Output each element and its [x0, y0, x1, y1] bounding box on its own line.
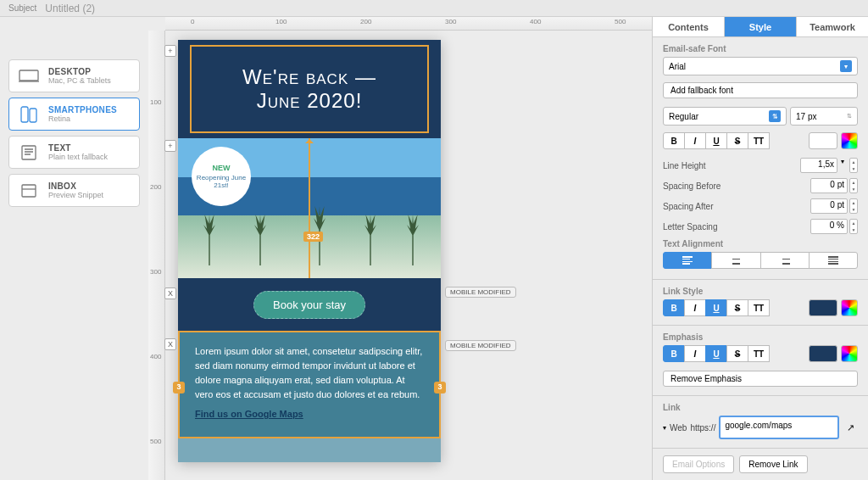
svg-rect-0 — [19, 70, 38, 81]
image-block[interactable]: NEW Reopening June 21st! 322 — [178, 138, 441, 278]
delete-block-button[interactable]: X — [164, 338, 176, 350]
alignment-row — [663, 252, 858, 269]
remove-link-button[interactable]: Remove Link — [739, 455, 807, 473]
font-size-input[interactable]: 17 px⇅ — [790, 107, 858, 126]
tab-contents[interactable]: Contents — [653, 17, 725, 36]
desktop-icon — [18, 68, 40, 85]
device-text[interactable]: TEXTPlain text fallback — [8, 136, 140, 169]
link-italic-button[interactable]: I — [684, 299, 706, 316]
color-picker-icon[interactable] — [841, 132, 858, 149]
align-right-button[interactable] — [760, 252, 810, 269]
ruler-horizontal: 0 100 200 300 400 500 — [165, 17, 652, 31]
device-desktop-sub: Mac, PC & Tablets — [48, 76, 111, 85]
image-badge: NEW Reopening June 21st! — [192, 147, 251, 206]
maps-link[interactable]: Find us on Google Maps — [195, 407, 303, 421]
color-picker-icon[interactable] — [841, 345, 858, 362]
email-options-button[interactable]: Email Options — [663, 455, 734, 473]
tab-style[interactable]: Style — [725, 17, 797, 36]
tab-teamwork[interactable]: Teamwork — [797, 17, 868, 36]
link-editor: ▾ Web https:// google.com/maps ↗ — [663, 416, 858, 439]
underline-button[interactable]: U — [705, 132, 727, 149]
alignment-label: Text Alignment — [663, 239, 858, 248]
remove-emphasis-button[interactable]: Remove Emphasis — [663, 371, 858, 387]
italic-button[interactable]: I — [684, 132, 706, 149]
text-block[interactable]: Lorem ipsum dolor sit amet, consetetur s… — [178, 331, 441, 438]
link-strike-button[interactable]: S — [726, 299, 748, 316]
letter-spacing-input[interactable]: 0 % — [810, 219, 848, 234]
footer-block[interactable] — [178, 438, 441, 462]
topbar: Subject Untitled (2) — [0, 0, 868, 17]
link-label: Link — [663, 403, 858, 412]
chevron-down-icon[interactable]: ▾ — [837, 158, 848, 173]
emph-bold-button[interactable]: B — [663, 345, 685, 362]
badge-new: NEW — [213, 164, 231, 172]
link-style-row: B I U S TT — [663, 299, 858, 316]
link-underline-button[interactable]: U — [705, 299, 727, 316]
spacing-after-stepper[interactable]: ▲▼ — [849, 198, 858, 214]
line-height-label: Line Height — [663, 161, 706, 170]
device-inbox[interactable]: INBOXPreview Snippet — [8, 174, 140, 207]
device-desktop[interactable]: DESKTOPMac, PC & Tablets — [8, 59, 140, 92]
add-fallback-button[interactable]: Add fallback font — [663, 82, 858, 98]
chevron-updown-icon: ⇅ — [769, 110, 781, 122]
header-line1: We're back — — [242, 65, 376, 89]
device-text-title: TEXT — [48, 143, 108, 153]
link-color-swatch[interactable] — [809, 299, 837, 316]
inspector-tabs: Contents Style Teamwork — [653, 17, 868, 37]
cta-button[interactable]: Book your stay — [253, 291, 365, 319]
spacing-before-label: Spacing Before — [663, 181, 721, 191]
svg-rect-2 — [30, 109, 36, 122]
letter-spacing-stepper[interactable]: ▲▼ — [849, 219, 858, 234]
spacing-before-input[interactable]: 0 pt — [810, 178, 848, 193]
device-panel: DESKTOPMac, PC & Tablets SMARTPHONESReti… — [0, 17, 148, 480]
add-block-button[interactable]: + — [164, 140, 176, 152]
font-select[interactable]: Arial▾ — [663, 57, 858, 75]
delete-block-button[interactable]: X — [164, 287, 176, 299]
canvas-area[interactable]: 0 100 200 300 400 500 100 200 300 400 50… — [148, 17, 652, 480]
spacing-after-input[interactable]: 0 pt — [810, 198, 848, 214]
color-picker-icon[interactable] — [841, 299, 858, 316]
svg-rect-4 — [22, 185, 36, 197]
svg-rect-1 — [21, 107, 28, 122]
add-block-button[interactable]: + — [164, 45, 176, 57]
font-label: Email-safe Font — [663, 44, 858, 53]
chevron-down-icon: ▾ — [840, 60, 852, 72]
align-left-button[interactable] — [663, 252, 712, 269]
emph-color-swatch[interactable] — [809, 345, 837, 362]
align-justify-button[interactable] — [809, 252, 858, 269]
header-block[interactable]: We're back — June 2020! — [190, 45, 429, 133]
smallcaps-button[interactable]: TT — [748, 132, 770, 149]
emph-italic-button[interactable]: I — [684, 345, 706, 362]
text-color-swatch[interactable] — [809, 132, 837, 149]
link-url-input[interactable]: google.com/maps — [719, 416, 839, 439]
resize-handle-right[interactable]: 3 — [434, 382, 446, 393]
link-type[interactable]: Web — [670, 423, 687, 433]
line-height-input[interactable]: 1,5x — [800, 158, 837, 173]
chevron-down-icon[interactable]: ▾ — [663, 424, 666, 432]
line-height-stepper[interactable]: ▲▼ — [849, 158, 858, 173]
ruler-vertical: 100 200 300 400 500 — [148, 31, 165, 480]
font-weight-select[interactable]: Regular⇅ — [663, 107, 787, 126]
text-icon — [18, 144, 40, 161]
device-smartphones-sub: Retina — [48, 114, 117, 123]
emph-underline-button[interactable]: U — [705, 345, 727, 362]
emphasis-label: Emphasis — [663, 332, 858, 342]
spacing-before-stepper[interactable]: ▲▼ — [849, 178, 858, 193]
document-title[interactable]: Untitled (2) — [45, 3, 95, 14]
chevron-updown-icon: ⇅ — [847, 113, 852, 120]
open-link-icon[interactable]: ↗ — [843, 420, 858, 435]
modified-badge: MOBILE MODIFIED — [445, 340, 516, 351]
resize-handle-left[interactable]: 3 — [173, 382, 185, 393]
link-bold-button[interactable]: B — [663, 299, 685, 316]
emph-smallcaps-button[interactable]: TT — [748, 345, 770, 362]
email-canvas[interactable]: + We're back — June 2020! + NEW Reopenin… — [178, 40, 441, 462]
cta-block[interactable]: Book your stay — [178, 278, 441, 331]
dimension-arrow — [309, 138, 310, 278]
strike-button[interactable]: S — [726, 132, 748, 149]
align-center-button[interactable] — [711, 252, 760, 269]
badge-text: Reopening June 21st! — [195, 174, 248, 189]
link-smallcaps-button[interactable]: TT — [748, 299, 770, 316]
device-smartphones[interactable]: SMARTPHONESRetina — [8, 98, 140, 131]
emph-strike-button[interactable]: S — [726, 345, 748, 362]
bold-button[interactable]: B — [663, 132, 685, 149]
